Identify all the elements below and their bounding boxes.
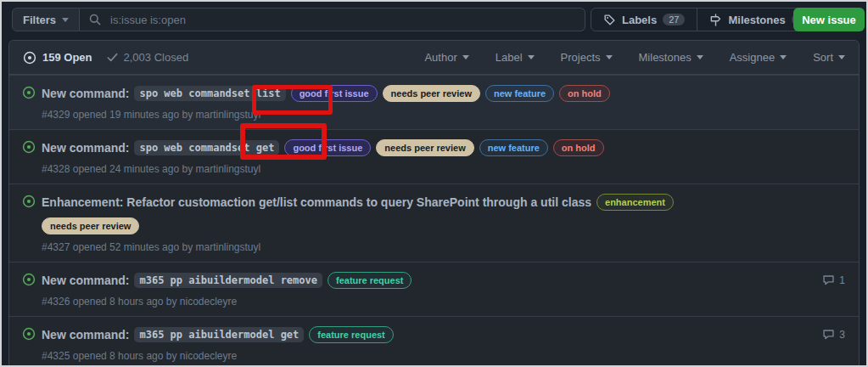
check-icon bbox=[106, 51, 119, 64]
dropdown-label: Assignee bbox=[730, 51, 775, 64]
issue-meta: #4327 opened 52 minutes ago by martinlin… bbox=[42, 241, 794, 253]
labels-label: Labels bbox=[622, 14, 657, 26]
issue-title-line: New command:spo web commandset listgood … bbox=[42, 85, 794, 102]
comment-icon bbox=[822, 328, 835, 341]
filter-dropdown-assignee[interactable]: Assignee bbox=[730, 51, 787, 64]
issue-title-link[interactable]: New command: bbox=[42, 328, 129, 342]
header-filter-dropdowns: AuthorLabelProjectsMilestonesAssigneeSor… bbox=[424, 51, 845, 64]
issue-open-icon bbox=[22, 327, 36, 341]
filter-dropdown-author[interactable]: Author bbox=[424, 51, 468, 64]
labels-milestones-group: Labels 27 Milestones 2 bbox=[591, 8, 821, 31]
issue-title-code[interactable]: spo web commandset list bbox=[134, 86, 285, 101]
chevron-down-icon bbox=[606, 55, 613, 59]
issue-content: New command:m365 pp aibuildermodel getfe… bbox=[42, 326, 845, 362]
issue-content: New command:m365 pp aibuildermodel remov… bbox=[42, 272, 845, 308]
issue-title-code[interactable]: m365 pp aibuildermodel get bbox=[134, 327, 304, 342]
issue-title-code[interactable]: m365 pp aibuildermodel remove bbox=[134, 273, 322, 288]
issue-row[interactable]: New command:m365 pp aibuildermodel remov… bbox=[9, 262, 859, 316]
search-input[interactable] bbox=[109, 13, 576, 27]
issue-open-icon bbox=[22, 273, 36, 286]
issues-list-container: 159 Open 2,003 Closed AuthorLabelProject… bbox=[8, 40, 860, 365]
issue-meta: #4329 opened 19 minutes ago by martinlin… bbox=[42, 109, 794, 121]
issue-open-icon bbox=[23, 51, 36, 65]
issue-meta: #4328 opened 24 minutes ago by martinlin… bbox=[42, 163, 794, 175]
chevron-down-icon bbox=[780, 55, 787, 59]
issue-title-link[interactable]: New command: bbox=[42, 274, 129, 287]
chevron-down-icon bbox=[462, 55, 469, 59]
comment-count-link[interactable]: 3 bbox=[822, 328, 845, 341]
dropdown-label: Author bbox=[424, 51, 456, 64]
closed-count-label: 2,003 Closed bbox=[124, 51, 189, 64]
comment-icon bbox=[822, 274, 835, 286]
issue-labels-line2: needs peer review bbox=[42, 217, 794, 234]
issue-label[interactable]: needs peer review bbox=[42, 217, 139, 234]
milestone-icon bbox=[709, 14, 722, 26]
filters-label: Filters bbox=[23, 14, 56, 26]
issue-open-icon bbox=[22, 140, 36, 154]
issue-label[interactable]: needs peer review bbox=[376, 139, 473, 156]
issue-label[interactable]: feature request bbox=[309, 326, 393, 343]
dropdown-label: Milestones bbox=[639, 51, 692, 64]
issue-title-line: New command:spo web commandset getgood f… bbox=[42, 139, 794, 156]
issue-content: New command:spo web commandset getgood f… bbox=[42, 139, 845, 175]
filter-dropdown-projects[interactable]: Projects bbox=[561, 51, 613, 64]
issue-search-field[interactable] bbox=[80, 8, 585, 31]
chevron-down-icon bbox=[697, 55, 703, 59]
chevron-down-icon bbox=[838, 55, 845, 59]
search-icon bbox=[88, 13, 102, 26]
search-bar: Filters bbox=[12, 8, 585, 31]
comment-count: 1 bbox=[839, 274, 845, 286]
issue-row[interactable]: New command:spo web commandset getgood f… bbox=[9, 129, 859, 184]
dropdown-label: Sort bbox=[813, 51, 833, 64]
labels-count-badge: 27 bbox=[663, 14, 685, 25]
issue-title-line: New command:m365 pp aibuildermodel remov… bbox=[42, 272, 794, 289]
issue-label[interactable]: new feature bbox=[479, 139, 548, 156]
open-count-label: 159 Open bbox=[42, 51, 92, 64]
milestones-label: Milestones bbox=[728, 14, 785, 26]
open-issues-toggle[interactable]: 159 Open bbox=[23, 51, 92, 65]
issue-label[interactable]: on hold bbox=[553, 139, 604, 156]
issue-title-link[interactable]: New command: bbox=[42, 141, 129, 155]
issue-row[interactable]: New command:m365 pp aibuildermodel getfe… bbox=[9, 316, 859, 365]
issue-label[interactable]: new feature bbox=[485, 85, 554, 102]
issue-title-link[interactable]: Enhancement: Refactor customaction get/l… bbox=[42, 195, 591, 209]
dropdown-label: Projects bbox=[561, 51, 601, 64]
filter-dropdown-milestones[interactable]: Milestones bbox=[639, 51, 703, 64]
issue-title-line: New command:m365 pp aibuildermodel getfe… bbox=[42, 326, 794, 343]
filter-dropdown-sort[interactable]: Sort bbox=[813, 51, 845, 64]
issue-rows: New command:spo web commandset listgood … bbox=[9, 75, 859, 365]
issue-title-code[interactable]: spo web commandset get bbox=[134, 140, 279, 155]
comment-count-link[interactable]: 1 bbox=[822, 274, 845, 286]
issue-label[interactable]: feature request bbox=[328, 272, 412, 289]
tag-icon bbox=[603, 14, 616, 26]
chevron-down-icon bbox=[62, 18, 69, 22]
issue-label[interactable]: good first issue bbox=[291, 85, 378, 102]
issue-title-line: Enhancement: Refactor customaction get/l… bbox=[42, 194, 794, 211]
issue-label[interactable]: good first issue bbox=[284, 139, 371, 156]
chevron-down-icon bbox=[528, 55, 535, 59]
issues-list-header: 159 Open 2,003 Closed AuthorLabelProject… bbox=[9, 41, 859, 75]
issue-content: Enhancement: Refactor customaction get/l… bbox=[42, 194, 845, 253]
issue-open-icon bbox=[22, 195, 36, 208]
filter-dropdown-label[interactable]: Label bbox=[496, 51, 535, 64]
filters-button[interactable]: Filters bbox=[12, 8, 80, 31]
comment-count: 3 bbox=[839, 329, 845, 341]
issue-label[interactable]: on hold bbox=[559, 85, 610, 102]
issue-row[interactable]: New command:spo web commandset listgood … bbox=[9, 75, 859, 129]
issue-content: New command:spo web commandset listgood … bbox=[42, 85, 845, 121]
issue-title-link[interactable]: New command: bbox=[42, 87, 129, 100]
issue-row[interactable]: Enhancement: Refactor customaction get/l… bbox=[9, 184, 859, 262]
issue-meta: #4326 opened 8 hours ago by nicodecleyre bbox=[42, 296, 794, 308]
issue-meta: #4325 opened 8 hours ago by nicodecleyre bbox=[42, 350, 794, 362]
issue-open-icon bbox=[22, 86, 36, 99]
new-issue-button[interactable]: New issue bbox=[793, 8, 865, 31]
issue-label[interactable]: needs peer review bbox=[383, 85, 480, 102]
labels-button[interactable]: Labels 27 bbox=[591, 8, 697, 31]
dropdown-label: Label bbox=[496, 51, 523, 64]
issue-label[interactable]: enhancement bbox=[596, 194, 674, 211]
closed-issues-toggle[interactable]: 2,003 Closed bbox=[106, 51, 189, 64]
